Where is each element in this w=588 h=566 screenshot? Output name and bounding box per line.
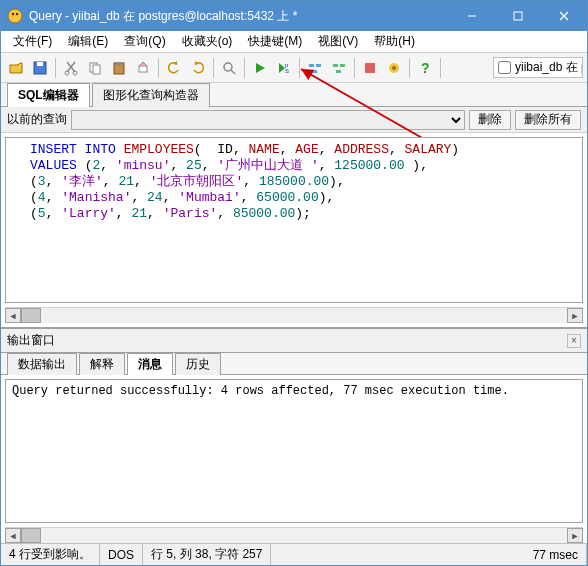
svg-rect-12 bbox=[93, 65, 100, 74]
scroll-thumb[interactable] bbox=[21, 528, 41, 543]
maximize-button[interactable] bbox=[495, 1, 541, 31]
delete-button[interactable]: 删除 bbox=[469, 110, 511, 130]
status-encoding: DOS bbox=[100, 544, 143, 565]
output-tabstrip: 数据输出 解释 消息 历史 bbox=[1, 353, 587, 375]
auto-commit-icon[interactable] bbox=[383, 57, 405, 79]
paste-icon[interactable] bbox=[108, 57, 130, 79]
tab-data-output[interactable]: 数据输出 bbox=[7, 353, 77, 375]
status-position: 行 5, 列 38, 字符 257 bbox=[143, 544, 271, 565]
svg-point-28 bbox=[392, 66, 396, 70]
toolbar: pS ? yiibai_db 在 p bbox=[1, 53, 587, 83]
menu-view[interactable]: 视图(V) bbox=[310, 31, 366, 52]
svg-rect-14 bbox=[116, 62, 122, 65]
execute-icon[interactable] bbox=[249, 57, 271, 79]
scroll-left-icon[interactable]: ◄ bbox=[5, 308, 21, 323]
menu-query[interactable]: 查询(Q) bbox=[116, 31, 173, 52]
svg-point-16 bbox=[224, 63, 232, 71]
redo-icon[interactable] bbox=[187, 57, 209, 79]
svg-rect-20 bbox=[309, 64, 314, 67]
tab-graphical-builder[interactable]: 图形化查询构造器 bbox=[92, 83, 210, 107]
app-icon bbox=[7, 8, 23, 24]
close-button[interactable] bbox=[541, 1, 587, 31]
svg-rect-25 bbox=[336, 70, 341, 73]
clear-icon[interactable] bbox=[132, 57, 154, 79]
svg-rect-22 bbox=[312, 70, 317, 73]
scroll-left-icon[interactable]: ◄ bbox=[5, 528, 21, 543]
sql-editor[interactable]: INSERT INTO EMPLOYEES( ID, NAME, AGE, AD… bbox=[5, 137, 583, 303]
status-time: 77 msec bbox=[525, 544, 587, 565]
editor-tabstrip: SQL编辑器 图形化查询构造器 bbox=[1, 83, 587, 107]
menu-edit[interactable]: 编辑(E) bbox=[60, 31, 116, 52]
menu-shortcuts[interactable]: 快捷键(M) bbox=[240, 31, 310, 52]
output-pane-header: 输出窗口 × bbox=[1, 328, 587, 353]
explain-icon[interactable] bbox=[304, 57, 326, 79]
scroll-right-icon[interactable]: ► bbox=[567, 528, 583, 543]
db-selector[interactable]: yiibai_db 在 p bbox=[493, 57, 583, 78]
save-icon[interactable] bbox=[29, 57, 51, 79]
svg-text:?: ? bbox=[421, 60, 430, 76]
window-title: Query - yiibai_db 在 postgres@localhost:5… bbox=[29, 8, 449, 25]
editor-h-scrollbar[interactable]: ◄ ► bbox=[5, 307, 583, 323]
stop-icon[interactable] bbox=[359, 57, 381, 79]
open-icon[interactable] bbox=[5, 57, 27, 79]
scroll-right-icon[interactable]: ► bbox=[567, 308, 583, 323]
delete-all-button[interactable]: 删除所有 bbox=[515, 110, 581, 130]
svg-rect-21 bbox=[316, 64, 321, 67]
output-pane-title: 输出窗口 bbox=[7, 332, 55, 349]
tab-sql-editor[interactable]: SQL编辑器 bbox=[7, 83, 90, 107]
output-h-scrollbar[interactable]: ◄ ► bbox=[5, 527, 583, 543]
db-checkbox[interactable] bbox=[498, 61, 511, 74]
svg-line-17 bbox=[231, 70, 235, 74]
tab-messages[interactable]: 消息 bbox=[127, 353, 173, 375]
titlebar: Query - yiibai_db 在 postgres@localhost:5… bbox=[1, 1, 587, 31]
statusbar: 4 行受到影响。 DOS 行 5, 列 38, 字符 257 77 msec bbox=[1, 543, 587, 565]
copy-icon[interactable] bbox=[84, 57, 106, 79]
history-label: 以前的查询 bbox=[7, 111, 67, 128]
svg-rect-23 bbox=[333, 64, 338, 67]
svg-text:S: S bbox=[285, 68, 289, 74]
output-pane-close-icon[interactable]: × bbox=[567, 334, 581, 348]
execute-pgscript-icon[interactable]: pS bbox=[273, 57, 295, 79]
menubar: 文件(F) 编辑(E) 查询(Q) 收藏夹(o) 快捷键(M) 视图(V) 帮助… bbox=[1, 31, 587, 53]
svg-rect-24 bbox=[340, 64, 345, 67]
menu-file[interactable]: 文件(F) bbox=[5, 31, 60, 52]
output-messages[interactable]: Query returned successfully: 4 rows affe… bbox=[5, 379, 583, 523]
output-message-text: Query returned successfully: 4 rows affe… bbox=[12, 384, 576, 398]
find-icon[interactable] bbox=[218, 57, 240, 79]
svg-rect-8 bbox=[37, 62, 43, 66]
svg-rect-15 bbox=[139, 66, 147, 72]
tab-explain[interactable]: 解释 bbox=[79, 353, 125, 375]
scroll-thumb[interactable] bbox=[21, 308, 41, 323]
svg-point-0 bbox=[8, 9, 22, 23]
svg-rect-4 bbox=[514, 12, 522, 20]
explain-analyze-icon[interactable] bbox=[328, 57, 350, 79]
cut-icon[interactable] bbox=[60, 57, 82, 79]
menu-favorites[interactable]: 收藏夹(o) bbox=[174, 31, 241, 52]
help-icon[interactable]: ? bbox=[414, 57, 436, 79]
minimize-button[interactable] bbox=[449, 1, 495, 31]
svg-point-1 bbox=[12, 13, 14, 15]
svg-rect-26 bbox=[365, 63, 375, 73]
history-dropdown[interactable] bbox=[71, 110, 465, 130]
svg-point-2 bbox=[16, 13, 18, 15]
undo-icon[interactable] bbox=[163, 57, 185, 79]
menu-help[interactable]: 帮助(H) bbox=[366, 31, 423, 52]
tab-history[interactable]: 历史 bbox=[175, 353, 221, 375]
db-selector-label: yiibai_db 在 p bbox=[515, 59, 583, 76]
status-rows: 4 行受到影响。 bbox=[1, 544, 100, 565]
history-bar: 以前的查询 删除 删除所有 bbox=[1, 107, 587, 133]
